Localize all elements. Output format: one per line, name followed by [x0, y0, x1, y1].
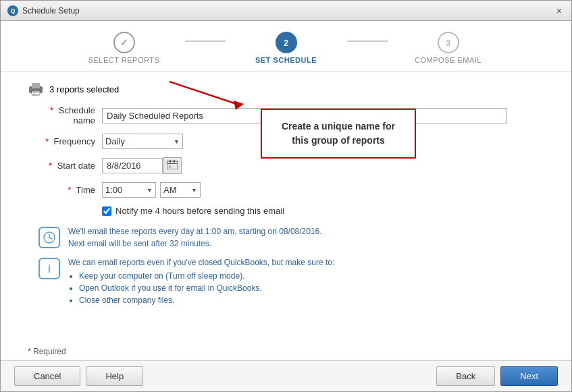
step-connector-2 [347, 40, 388, 42]
schedule-name-label: * Schedule name [28, 105, 102, 125]
calendar-icon: 8 [167, 160, 178, 169]
step-1-checkmark [120, 37, 128, 48]
info-list-item-3: Close other company files. [79, 294, 334, 306]
footer-right: Back Next [436, 366, 558, 386]
step-2-label: SET SCHEDULE [255, 56, 317, 64]
clock-icon [38, 227, 60, 248]
reports-selected-text: 3 reports selected [49, 84, 119, 94]
svg-rect-7 [170, 160, 171, 163]
notify-checkbox[interactable] [102, 206, 111, 216]
time-row: * Time 1:002:003:004:00 5:006:007:008:00… [28, 182, 544, 198]
calendar-button[interactable]: 8 [163, 157, 182, 174]
info-block-2: i We can email reports even if you've cl… [38, 256, 544, 306]
step-connector-1 [185, 40, 226, 42]
start-date-row: * Start date 8 [28, 157, 544, 174]
footer-left: Cancel Help [14, 366, 143, 386]
step-2-circle: 2 [276, 32, 297, 53]
notify-label: Notify me 4 hours before sending this em… [115, 206, 284, 216]
start-date-input[interactable] [102, 158, 163, 173]
step-compose-email: 3 COMPOSE EMAIL [388, 32, 509, 64]
dialog-title: Schedule Setup [22, 6, 80, 16]
title-bar: Q Schedule Setup × [1, 1, 571, 21]
svg-text:8: 8 [169, 165, 171, 169]
ampm-select-wrapper: AM PM [160, 182, 201, 198]
title-bar-left: Q Schedule Setup [7, 5, 80, 16]
time-select[interactable]: 1:002:003:004:00 5:006:007:008:00 9:0010… [102, 182, 156, 198]
info-list-item-1: Keep your computer on (Turn off sleep mo… [79, 270, 334, 282]
time-label: * Time [28, 185, 102, 195]
frequency-row: * Frequency Daily Weekly Monthly [28, 134, 544, 149]
step-2-number: 2 [284, 38, 288, 48]
reports-selected-bar: 3 reports selected [28, 82, 544, 96]
info-list-item-2: Open Outlook if you use it for email in … [79, 282, 334, 294]
cancel-button[interactable]: Cancel [14, 366, 80, 386]
start-date-label: * Start date [28, 161, 102, 171]
frequency-select-wrapper: Daily Weekly Monthly [102, 134, 183, 149]
content-area: 3 reports selected * Schedule name * Fre… [1, 72, 571, 343]
app-icon: Q [7, 5, 18, 16]
schedule-name-row: * Schedule name [28, 105, 544, 125]
notify-row: Notify me 4 hours before sending this em… [102, 206, 544, 216]
ampm-select[interactable]: AM PM [160, 182, 201, 198]
back-button[interactable]: Back [436, 366, 495, 386]
svg-rect-6 [167, 163, 177, 164]
reports-icon [28, 82, 44, 96]
step-1-circle [113, 32, 135, 53]
info-block-1: We'll email these reports every day at 1… [38, 225, 544, 250]
svg-rect-3 [33, 92, 38, 93]
footer: Cancel Help Back Next [1, 360, 571, 391]
schedule-setup-dialog: Q Schedule Setup × SELECT REPORTS 2 SET … [0, 0, 572, 392]
step-1-label: SELECT REPORTS [88, 56, 160, 64]
info-text-2: We can email reports even if you've clos… [68, 256, 334, 306]
step-3-circle: 3 [438, 32, 459, 53]
step-3-label: COMPOSE EMAIL [415, 56, 482, 64]
info-text-1: We'll email these reports every day at 1… [68, 225, 322, 250]
next-button[interactable]: Next [500, 366, 558, 386]
svg-rect-8 [174, 160, 175, 163]
info-icon: i [38, 258, 60, 279]
svg-rect-4 [33, 94, 36, 94]
help-button[interactable]: Help [86, 366, 143, 386]
frequency-select[interactable]: Daily Weekly Monthly [102, 134, 183, 149]
info-list: Keep your computer on (Turn off sleep mo… [68, 270, 334, 306]
step-3-number: 3 [446, 38, 450, 48]
required-note: * Required [1, 343, 571, 360]
schedule-name-input[interactable] [102, 108, 507, 123]
step-set-schedule: 2 SET SCHEDULE [226, 32, 347, 64]
time-select-wrapper: 1:002:003:004:00 5:006:007:008:00 9:0010… [102, 182, 156, 198]
svg-rect-1 [32, 83, 40, 88]
frequency-label: * Frequency [28, 136, 102, 146]
svg-line-12 [49, 237, 52, 239]
close-button[interactable]: × [554, 5, 565, 16]
stepper: SELECT REPORTS 2 SET SCHEDULE 3 COMPOSE … [1, 21, 571, 72]
step-select-reports: SELECT REPORTS [63, 32, 185, 64]
